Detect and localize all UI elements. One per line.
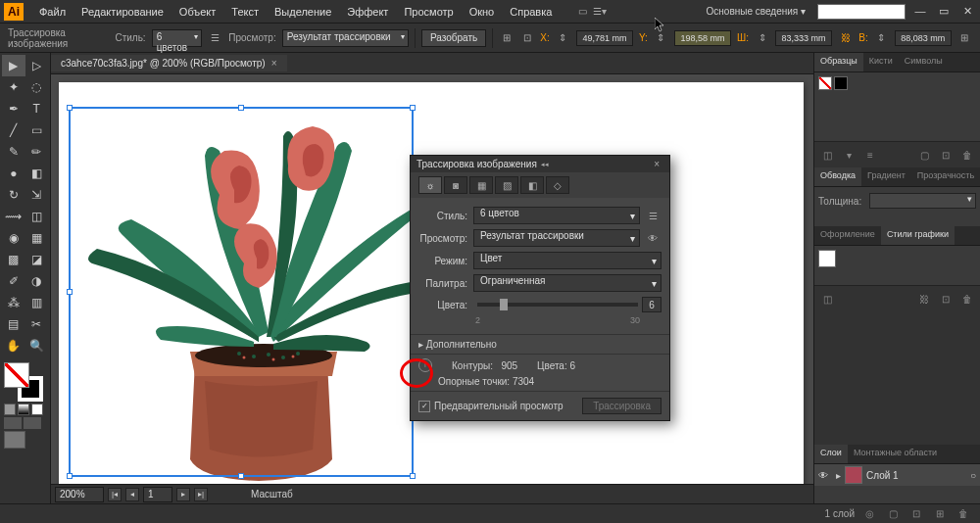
preview-select[interactable]: Результат трассировки (282, 29, 409, 47)
menu-edit[interactable]: Редактирование (74, 6, 172, 18)
minimize-button[interactable]: — (911, 5, 929, 19)
target-icon[interactable]: ○ (970, 470, 976, 481)
tab-layers[interactable]: Слои (814, 445, 848, 463)
advanced-toggle[interactable]: ▸ Дополнительно (411, 334, 669, 354)
rectangle-tool[interactable]: ▭ (25, 119, 49, 141)
transform-icon[interactable]: ⊞ (499, 29, 514, 47)
menu-effect[interactable]: Эффект (339, 6, 396, 18)
menu-file[interactable]: Файл (31, 6, 74, 18)
close-panel-icon[interactable]: × (650, 159, 663, 169)
gradient-tool[interactable]: ◪ (25, 249, 49, 270)
preview-select[interactable]: Результат трассировки (473, 229, 640, 247)
preset-low-icon[interactable]: ▦ (469, 176, 493, 194)
screen-mode-icon[interactable] (24, 417, 41, 429)
preset-auto-icon[interactable]: ☼ (418, 176, 442, 194)
eraser-tool[interactable]: ◧ (25, 163, 49, 184)
y-field[interactable] (674, 30, 731, 46)
default-style-swatch[interactable] (818, 250, 836, 267)
none-mode-icon[interactable] (31, 404, 43, 415)
style-select[interactable]: 6 цветов (152, 29, 203, 47)
preset-outline-icon[interactable]: ◇ (546, 176, 569, 194)
menu-icon[interactable]: ☰ (644, 207, 662, 224)
new-group-icon[interactable]: ▢ (915, 146, 933, 164)
colors-value[interactable]: 6 (642, 297, 662, 312)
tab-gradient[interactable]: Градиент (861, 167, 911, 186)
close-tab-icon[interactable]: × (271, 58, 277, 69)
close-button[interactable]: ✕ (958, 5, 976, 19)
new-layer-icon[interactable]: ⊞ (931, 505, 949, 523)
scale-tool[interactable]: ⇲ (25, 184, 49, 206)
tab-transparency[interactable]: Прозрачность (911, 167, 980, 186)
preview-checkbox[interactable]: ✓ (418, 401, 430, 412)
stepper-icon[interactable]: ⇕ (755, 29, 769, 47)
preset-high-icon[interactable]: ◙ (444, 176, 467, 194)
menu-select[interactable]: Выделение (267, 6, 339, 18)
swatch-kinds-icon[interactable]: ▾ (840, 146, 858, 164)
new-style-icon[interactable]: ⊡ (937, 290, 955, 308)
brush-tool[interactable]: ✎ (2, 141, 25, 163)
artboard-tool[interactable]: ▤ (2, 313, 25, 335)
menu-help[interactable]: Справка (502, 6, 560, 18)
delete-style-icon[interactable]: 🗑 (958, 290, 976, 308)
mesh-tool[interactable]: ▩ (2, 249, 25, 270)
tab-appearance[interactable]: Оформление (814, 226, 881, 245)
last-artboard-button[interactable]: ▸| (194, 488, 208, 501)
next-artboard-button[interactable]: ▸ (176, 488, 190, 501)
stroke-weight-select[interactable] (869, 193, 976, 209)
expand-icon[interactable]: ▸ (836, 470, 841, 481)
palette-select[interactable]: Ограниченная (473, 274, 662, 292)
menu-view[interactable]: Просмотр (396, 6, 461, 18)
zoom-select[interactable] (55, 487, 104, 502)
tab-artboards[interactable]: Монтажные области (848, 445, 943, 463)
stepper-icon[interactable]: ⇕ (874, 29, 889, 47)
eyedropper-tool[interactable]: ✐ (2, 270, 25, 292)
zoom-tool[interactable]: 🔍 (25, 335, 49, 357)
hand-tool[interactable]: ✋ (2, 335, 25, 357)
delete-swatch-icon[interactable]: 🗑 (958, 146, 976, 164)
registration-swatch[interactable] (834, 76, 848, 90)
preset-bw-icon[interactable]: ◧ (520, 176, 544, 194)
document-tab[interactable]: c3ahce70c3fa3.jpg* @ 200% (RGB/Просмотр)… (51, 55, 287, 71)
panel-title-bar[interactable]: Трассировка изображения ◂◂ × (411, 156, 669, 172)
preset-gray-icon[interactable]: ▨ (495, 176, 518, 194)
tab-symbols[interactable]: Символы (899, 53, 949, 71)
menu-text[interactable]: Текст (223, 6, 267, 18)
swatch-options-icon[interactable]: ≡ (861, 146, 879, 164)
change-screen-icon[interactable] (4, 431, 25, 449)
slice-tool[interactable]: ✂ (25, 313, 49, 335)
delete-layer-icon[interactable]: 🗑 (955, 505, 972, 523)
selection-tool[interactable]: ▶ (2, 55, 25, 76)
none-swatch[interactable] (818, 76, 832, 90)
new-sublayer-icon[interactable]: ⊡ (907, 505, 925, 523)
blend-tool[interactable]: ◑ (25, 270, 49, 292)
swatch-libraries-icon[interactable]: ◫ (818, 146, 836, 164)
workspace-dropdown[interactable]: Основные сведения ▾ (701, 6, 811, 17)
prev-artboard-button[interactable]: ◂ (125, 488, 139, 501)
style-libraries-icon[interactable]: ◫ (818, 290, 836, 308)
line-tool[interactable]: ╱ (2, 119, 25, 141)
color-mode-icon[interactable] (4, 404, 16, 415)
pencil-tool[interactable]: ✏ (25, 141, 49, 163)
layout-icon[interactable]: ▭ (573, 3, 591, 21)
graph-tool[interactable]: ▥ (25, 292, 49, 313)
magic-wand-tool[interactable]: ✦ (2, 76, 25, 98)
tab-brushes[interactable]: Кисти (863, 53, 899, 71)
eye-icon[interactable]: 👁 (644, 229, 662, 247)
blob-brush-tool[interactable]: ● (2, 163, 25, 184)
search-input[interactable] (817, 4, 906, 20)
w-field[interactable] (775, 30, 832, 46)
tab-graphic-styles[interactable]: Стили графики (881, 226, 955, 245)
stepper-icon[interactable]: ⇕ (556, 29, 570, 47)
fill-swatch[interactable] (4, 362, 29, 388)
link-icon[interactable]: ⛓ (838, 29, 853, 47)
align-icon[interactable]: ⊡ (519, 29, 534, 47)
perspective-tool[interactable]: ▦ (25, 227, 49, 249)
symbol-sprayer-tool[interactable]: ⁂ (2, 292, 25, 313)
layer-row[interactable]: 👁 ▸ Слой 1 ○ (814, 464, 980, 486)
shape-builder-tool[interactable]: ◉ (2, 227, 25, 249)
mode-select[interactable]: Цвет (473, 252, 662, 269)
style-select[interactable]: 6 цветов (473, 207, 640, 224)
new-swatch-icon[interactable]: ⊡ (937, 146, 955, 164)
layer-name[interactable]: Слой 1 (866, 470, 966, 481)
lasso-tool[interactable]: ◌ (25, 76, 49, 98)
